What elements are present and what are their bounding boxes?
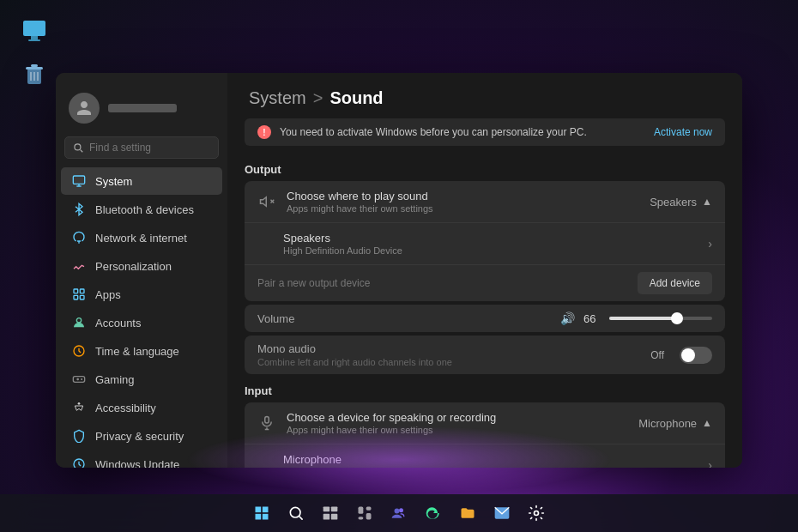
- sidebar-item-privacy[interactable]: Privacy & security: [61, 422, 222, 450]
- mono-audio-row: Mono audio Combine left and right audio …: [245, 336, 725, 374]
- choose-input-title: Choose a device for speaking or recordin…: [287, 411, 628, 424]
- volume-fill: [609, 317, 677, 320]
- svg-rect-2: [28, 39, 40, 41]
- volume-thumb[interactable]: [671, 312, 683, 324]
- sidebar-item-bluetooth[interactable]: Bluetooth & devices: [61, 196, 222, 223]
- mono-audio-toggle[interactable]: [680, 347, 712, 364]
- svg-point-38: [535, 511, 539, 516]
- taskbar-settings-button[interactable]: [521, 498, 552, 529]
- main-content: System > Sound ! You need to activate Wi…: [227, 73, 742, 468]
- teams-button[interactable]: [384, 498, 414, 529]
- taskbar-search-button[interactable]: [281, 498, 311, 529]
- pair-output-label: Pair a new output device: [257, 277, 627, 289]
- recycle-bin-desktop-icon[interactable]: [13, 60, 56, 91]
- output-section-header: Output: [227, 156, 742, 181]
- microphone-muted-icon: [257, 414, 276, 432]
- svg-rect-28: [331, 507, 338, 512]
- time-label: Time & language: [95, 345, 179, 358]
- chevron-right-icon: ›: [708, 237, 712, 251]
- svg-rect-9: [73, 176, 84, 184]
- choose-output-text: Choose where to play sound Apps might ha…: [287, 190, 639, 214]
- caret-up-icon: ▲: [702, 196, 712, 208]
- speakers-label: Speakers: [650, 196, 697, 209]
- volume-icon: 🔊: [560, 311, 575, 325]
- microphone-row[interactable]: Microphone High Definition Audio Device …: [245, 444, 725, 468]
- file-explorer-button[interactable]: [452, 498, 483, 529]
- microphone-chevron: ›: [708, 458, 712, 468]
- input-choose-card: Choose a device for speaking or recordin…: [245, 402, 725, 468]
- gaming-label: Gaming: [95, 373, 135, 386]
- choose-output-row[interactable]: Choose where to play sound Apps might ha…: [245, 181, 725, 222]
- mono-title: Mono audio: [257, 342, 640, 355]
- speakers-subtitle: High Definition Audio Device: [283, 245, 698, 256]
- speakers-text: Speakers High Definition Audio Device: [257, 232, 698, 256]
- privacy-label: Privacy & security: [95, 430, 184, 443]
- windows-update-icon: [71, 456, 87, 468]
- network-icon: [71, 230, 87, 245]
- breadcrumb-system[interactable]: System: [249, 88, 306, 108]
- svg-rect-32: [366, 507, 372, 511]
- accounts-label: Accounts: [95, 317, 141, 329]
- gaming-icon: [71, 372, 87, 387]
- search-box[interactable]: [64, 136, 219, 159]
- speakers-chevron: ›: [708, 237, 712, 251]
- input-caret-up-icon: ▲: [702, 417, 712, 429]
- bluetooth-icon: [71, 202, 87, 217]
- accessibility-label: Accessibility: [95, 402, 156, 414]
- svg-rect-34: [359, 517, 364, 519]
- activation-banner: ! You need to activate Windows before yo…: [245, 118, 725, 146]
- profile-section[interactable]: [56, 86, 227, 136]
- sidebar-item-system[interactable]: System: [61, 167, 222, 195]
- monitor-desktop-icon[interactable]: [13, 17, 56, 48]
- breadcrumb-current: Sound: [329, 88, 383, 108]
- sidebar-item-accounts[interactable]: Accounts: [61, 309, 222, 336]
- privacy-icon: [71, 428, 87, 444]
- speaker-muted-icon: [257, 192, 276, 211]
- choose-input-row[interactable]: Choose a device for speaking or recordin…: [245, 402, 725, 444]
- sidebar-item-network[interactable]: Network & internet: [61, 224, 222, 251]
- volume-value: 66: [583, 312, 601, 325]
- search-input[interactable]: [89, 142, 211, 154]
- sidebar-item-windows-update[interactable]: Windows Update: [61, 450, 222, 468]
- svg-rect-27: [323, 507, 330, 512]
- sidebar: System Bluetooth & devices Network & int…: [56, 73, 227, 468]
- svg-rect-1: [31, 36, 38, 39]
- speakers-row[interactable]: Speakers High Definition Audio Device ›: [245, 222, 725, 264]
- svg-rect-24: [256, 514, 262, 520]
- personalization-label: Personalization: [95, 260, 172, 273]
- windows-update-label: Windows Update: [95, 458, 179, 469]
- sidebar-item-personalization[interactable]: Personalization: [61, 252, 222, 280]
- mono-subtitle: Combine left and right audio channels in…: [257, 357, 640, 367]
- svg-rect-10: [74, 289, 78, 293]
- edge-button[interactable]: [418, 498, 449, 529]
- network-label: Network & internet: [95, 232, 187, 245]
- pair-output-row: Pair a new output device Add device: [245, 264, 725, 301]
- sidebar-item-gaming[interactable]: Gaming: [61, 366, 222, 393]
- mail-button[interactable]: [487, 498, 517, 529]
- output-choose-card: Choose where to play sound Apps might ha…: [245, 181, 725, 301]
- activate-now-link[interactable]: Activate now: [654, 126, 712, 138]
- widgets-button[interactable]: [349, 498, 380, 529]
- apps-icon: [71, 287, 87, 302]
- mono-text: Mono audio Combine left and right audio …: [257, 342, 640, 367]
- volume-slider[interactable]: [609, 317, 712, 320]
- svg-rect-25: [263, 514, 269, 520]
- start-button[interactable]: [246, 498, 277, 529]
- sidebar-item-apps[interactable]: Apps: [61, 281, 222, 308]
- microphone-subtitle: High Definition Audio Device: [283, 467, 698, 468]
- sidebar-item-accessibility[interactable]: Accessibility: [61, 394, 222, 421]
- choose-output-subtitle: Apps might have their own settings: [287, 203, 639, 214]
- volume-row: Volume 🔊 66: [245, 305, 725, 332]
- svg-rect-5: [31, 64, 38, 67]
- sidebar-item-time[interactable]: Time & language: [61, 337, 222, 365]
- svg-rect-0: [23, 21, 45, 36]
- mono-toggle-label: Off: [650, 349, 664, 361]
- microphone-label: Microphone: [638, 417, 697, 430]
- accessibility-icon: [71, 400, 87, 415]
- svg-rect-21: [265, 417, 269, 424]
- add-output-device-button[interactable]: Add device: [638, 272, 712, 294]
- task-view-button[interactable]: [315, 498, 346, 529]
- svg-rect-11: [80, 289, 84, 293]
- time-icon: [71, 343, 87, 359]
- volume-label: Volume: [257, 312, 552, 325]
